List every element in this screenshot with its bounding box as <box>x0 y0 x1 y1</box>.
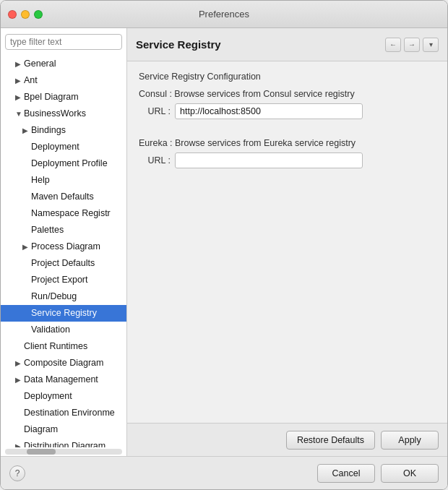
content-area: Service Registry ← → ▾ Service Registry … <box>127 28 447 456</box>
tree-arrow-icon <box>22 324 31 337</box>
sidebar-item-label: Destination Environme <box>24 408 115 418</box>
tree-arrow-icon <box>15 390 24 403</box>
tree-arrow-icon <box>22 174 31 187</box>
tree-arrow-icon: ▶ <box>15 91 24 104</box>
tree-arrow-icon <box>22 257 31 270</box>
tree-arrow-icon: ▶ <box>22 241 31 254</box>
tree-arrow-icon <box>22 307 31 320</box>
sidebar-item-deployment-profile[interactable]: Deployment Profile <box>1 155 126 172</box>
section-title: Service Registry Configuration <box>139 72 436 82</box>
window-title: Preferences <box>199 9 249 20</box>
sidebar-item-distribution-diagram[interactable]: ▶Distribution Diagram <box>1 438 126 447</box>
cancel-button[interactable]: Cancel <box>317 464 375 483</box>
sidebar-item-deployment[interactable]: Deployment <box>1 139 126 155</box>
titlebar: Preferences <box>1 1 447 28</box>
sidebar-item-deployment2[interactable]: Deployment <box>1 388 126 405</box>
tree-arrow-icon: ▶ <box>15 440 24 447</box>
sidebar-item-businessworks[interactable]: ▼BusinessWorks <box>1 106 126 122</box>
sidebar-item-label: Bindings <box>31 125 66 135</box>
minimize-button[interactable] <box>21 10 30 19</box>
tree-arrow-icon <box>15 407 24 420</box>
tree-arrow-icon: ▶ <box>22 124 31 137</box>
close-button[interactable] <box>8 10 17 19</box>
sidebar: ▶General▶Ant▶Bpel Diagram▼BusinessWorks▶… <box>1 28 127 456</box>
tree-arrow-icon <box>22 224 31 237</box>
sidebar-item-label: Palettes <box>31 225 64 235</box>
content-header: Service Registry ← → ▾ <box>127 28 447 61</box>
sidebar-item-label: Client Runtimes <box>24 341 87 351</box>
tree-arrow-icon: ▶ <box>15 374 24 387</box>
sidebar-item-bindings[interactable]: ▶Bindings <box>1 122 126 139</box>
sidebar-item-diagram[interactable]: Diagram <box>1 421 126 438</box>
tree-arrow-icon <box>15 340 24 353</box>
apply-button[interactable]: Apply <box>381 431 439 450</box>
sidebar-item-process-diagram[interactable]: ▶Process Diagram <box>1 238 126 255</box>
sidebar-item-project-export[interactable]: Project Export <box>1 272 126 288</box>
tree-arrow-icon: ▼ <box>15 108 24 121</box>
tree-arrow-icon: ▶ <box>15 357 24 370</box>
dropdown-icon: ▾ <box>429 40 433 48</box>
eureka-url-label: URL : <box>142 155 171 166</box>
footer-left: ? <box>9 465 311 481</box>
sidebar-item-help[interactable]: Help <box>1 172 126 189</box>
sidebar-item-label: Data Management <box>24 374 98 384</box>
sidebar-item-label: General <box>24 59 56 69</box>
content-main: Service Registry Configuration Consul : … <box>127 61 447 423</box>
nav-buttons: ← → ▾ <box>385 38 439 52</box>
sidebar-item-general[interactable]: ▶General <box>1 56 126 72</box>
sidebar-item-service-registry[interactable]: Service Registry <box>1 305 126 322</box>
tree-arrow-icon <box>22 191 31 204</box>
tree-arrow-icon <box>22 207 31 220</box>
tree-arrow-icon: ▶ <box>15 74 24 87</box>
sidebar-item-palettes[interactable]: Palettes <box>1 222 126 238</box>
traffic-lights <box>8 10 43 19</box>
sidebar-item-label: Project Export <box>31 275 88 285</box>
restore-defaults-button[interactable]: Restore Defaults <box>286 431 375 450</box>
sidebar-item-label: Composite Diagram <box>24 358 103 368</box>
help-button[interactable]: ? <box>9 465 25 481</box>
nav-forward-button[interactable]: → <box>404 38 420 52</box>
sidebar-item-label: Deployment <box>24 391 72 401</box>
nav-back-button[interactable]: ← <box>385 38 401 52</box>
sidebar-item-namespace-registr[interactable]: Namespace Registr <box>1 205 126 222</box>
sidebar-item-composite-diagram[interactable]: ▶Composite Diagram <box>1 355 126 371</box>
eureka-block: Eureka : Browse services from Eureka ser… <box>139 138 436 168</box>
sidebar-item-ant[interactable]: ▶Ant <box>1 72 126 89</box>
filter-input[interactable] <box>5 34 122 50</box>
maximize-button[interactable] <box>34 10 43 19</box>
sidebar-item-label: BusinessWorks <box>24 108 86 119</box>
sidebar-item-label: Namespace Registr <box>31 208 111 218</box>
sidebar-item-data-management[interactable]: ▶Data Management <box>1 371 126 388</box>
consul-label: Consul : Browse services from Consul ser… <box>139 89 436 99</box>
sidebar-item-label: Ant <box>24 75 38 85</box>
nav-dropdown-button[interactable]: ▾ <box>423 38 439 52</box>
eureka-url-input[interactable] <box>175 152 363 168</box>
sidebar-item-run-debug[interactable]: Run/Debug <box>1 288 126 305</box>
forward-icon: → <box>408 40 415 48</box>
sidebar-item-bpel-diagram[interactable]: ▶Bpel Diagram <box>1 89 126 106</box>
sidebar-item-client-runtimes[interactable]: Client Runtimes <box>1 338 126 355</box>
tree-scroll[interactable]: ▶General▶Ant▶Bpel Diagram▼BusinessWorks▶… <box>1 56 126 447</box>
consul-url-label: URL : <box>142 106 171 116</box>
sidebar-item-label: Service Registry <box>31 308 97 318</box>
sidebar-item-destination-environme[interactable]: Destination Environme <box>1 405 126 421</box>
footer: ? Cancel OK <box>1 456 447 489</box>
sidebar-item-maven-defaults[interactable]: Maven Defaults <box>1 189 126 205</box>
sidebar-item-project-defaults[interactable]: Project Defaults <box>1 255 126 272</box>
content-title: Service Registry <box>136 38 221 51</box>
tree-arrow-icon <box>22 141 31 154</box>
sidebar-item-label: Diagram <box>24 424 58 434</box>
scrollbar-thumb[interactable] <box>27 449 56 455</box>
tree-arrow-icon <box>22 158 31 171</box>
sidebar-item-label: Distribution Diagram <box>24 441 105 447</box>
ok-button[interactable]: OK <box>381 464 439 483</box>
sidebar-item-label: Deployment <box>31 142 79 152</box>
sidebar-item-validation[interactable]: Validation <box>1 322 126 338</box>
sidebar-item-label: Deployment Profile <box>31 158 108 168</box>
tree-arrow-icon: ▶ <box>15 58 24 71</box>
sidebar-item-label: Process Diagram <box>31 241 100 252</box>
main-body: ▶General▶Ant▶Bpel Diagram▼BusinessWorks▶… <box>1 28 447 456</box>
eureka-label: Eureka : Browse services from Eureka ser… <box>139 138 436 148</box>
consul-url-input[interactable] <box>175 103 363 119</box>
preferences-window: Preferences ▶General▶Ant▶Bpel Diagram▼Bu… <box>0 0 448 490</box>
